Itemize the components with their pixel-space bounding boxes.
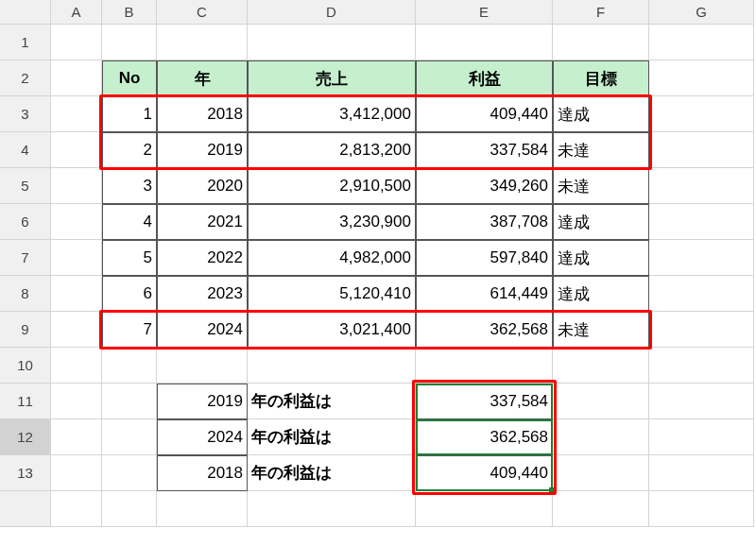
table-row-0-sales[interactable]: 3,412,000 — [248, 96, 416, 132]
table-row-4-year[interactable]: 2022 — [157, 240, 248, 276]
cell-C10[interactable] — [157, 348, 248, 384]
table-row-2-no[interactable]: 3 — [102, 168, 157, 204]
cell-E1[interactable] — [416, 25, 553, 60]
table-row-3-profit[interactable]: 387,708 — [416, 204, 553, 240]
table-row-4-goal[interactable]: 達成 — [553, 240, 649, 276]
select-all-corner[interactable] — [0, 0, 51, 25]
table-row-2-sales[interactable]: 2,910,500 — [248, 168, 416, 204]
cell-D14[interactable] — [248, 491, 416, 527]
cell-G4[interactable] — [649, 132, 754, 168]
table-row-6-profit[interactable]: 362,568 — [416, 312, 553, 348]
row-header-4[interactable]: 4 — [0, 132, 51, 168]
cell-B13[interactable] — [102, 455, 157, 491]
row-header-2[interactable]: 2 — [0, 60, 51, 96]
cell-D1[interactable] — [248, 25, 416, 60]
table-header-C[interactable]: 年 — [157, 60, 248, 96]
table-row-6-goal[interactable]: 未達 — [553, 312, 649, 348]
spreadsheet-grid[interactable]: ABCDEFG12No年売上利益目標3120183,412,000409,440… — [0, 0, 756, 527]
row-header-14[interactable] — [0, 491, 51, 527]
cell-G8[interactable] — [649, 276, 754, 312]
cell-G13[interactable] — [649, 455, 754, 491]
cell-F12[interactable] — [553, 419, 649, 455]
table-row-3-year[interactable]: 2021 — [157, 204, 248, 240]
cell-G2[interactable] — [649, 60, 754, 96]
lookup-profit-1[interactable]: 362,568 — [416, 419, 553, 455]
table-row-4-profit[interactable]: 597,840 — [416, 240, 553, 276]
table-row-2-year[interactable]: 2020 — [157, 168, 248, 204]
cell-A14[interactable] — [51, 491, 102, 527]
cell-G5[interactable] — [649, 168, 754, 204]
table-header-B[interactable]: No — [102, 60, 157, 96]
cell-G7[interactable] — [649, 240, 754, 276]
row-header-3[interactable]: 3 — [0, 96, 51, 132]
row-header-7[interactable]: 7 — [0, 240, 51, 276]
table-row-5-goal[interactable]: 達成 — [553, 276, 649, 312]
col-header-B[interactable]: B — [102, 0, 157, 25]
row-header-9[interactable]: 9 — [0, 312, 51, 348]
table-row-1-no[interactable]: 2 — [102, 132, 157, 168]
cell-G1[interactable] — [649, 25, 754, 60]
table-row-4-no[interactable]: 5 — [102, 240, 157, 276]
cell-A5[interactable] — [51, 168, 102, 204]
cell-G11[interactable] — [649, 384, 754, 419]
row-header-11[interactable]: 11 — [0, 384, 51, 419]
cell-F11[interactable] — [553, 384, 649, 419]
table-row-5-no[interactable]: 6 — [102, 276, 157, 312]
table-row-3-sales[interactable]: 3,230,900 — [248, 204, 416, 240]
cell-B14[interactable] — [102, 491, 157, 527]
row-header-6[interactable]: 6 — [0, 204, 51, 240]
lookup-year-2[interactable]: 2018 — [157, 455, 248, 491]
cell-F1[interactable] — [553, 25, 649, 60]
table-row-2-profit[interactable]: 349,260 — [416, 168, 553, 204]
cell-A10[interactable] — [51, 348, 102, 384]
cell-A9[interactable] — [51, 312, 102, 348]
lookup-profit-0[interactable]: 337,584 — [416, 384, 553, 419]
col-header-A[interactable]: A — [51, 0, 102, 25]
table-row-3-goal[interactable]: 達成 — [553, 204, 649, 240]
table-row-3-no[interactable]: 4 — [102, 204, 157, 240]
col-header-E[interactable]: E — [416, 0, 553, 25]
table-row-1-goal[interactable]: 未達 — [553, 132, 649, 168]
cell-C1[interactable] — [157, 25, 248, 60]
table-row-5-sales[interactable]: 5,120,410 — [248, 276, 416, 312]
col-header-F[interactable]: F — [553, 0, 649, 25]
cell-A2[interactable] — [51, 60, 102, 96]
cell-A3[interactable] — [51, 96, 102, 132]
table-row-0-goal[interactable]: 達成 — [553, 96, 649, 132]
table-row-2-goal[interactable]: 未達 — [553, 168, 649, 204]
cell-F13[interactable] — [553, 455, 649, 491]
row-header-8[interactable]: 8 — [0, 276, 51, 312]
row-header-1[interactable]: 1 — [0, 25, 51, 60]
cell-E14[interactable] — [416, 491, 553, 527]
table-row-4-sales[interactable]: 4,982,000 — [248, 240, 416, 276]
table-row-0-profit[interactable]: 409,440 — [416, 96, 553, 132]
cell-G3[interactable] — [649, 96, 754, 132]
lookup-profit-2[interactable]: 409,440 — [416, 455, 553, 491]
cell-A7[interactable] — [51, 240, 102, 276]
table-row-5-year[interactable]: 2023 — [157, 276, 248, 312]
row-header-10[interactable]: 10 — [0, 348, 51, 384]
table-row-1-profit[interactable]: 337,584 — [416, 132, 553, 168]
cell-G6[interactable] — [649, 204, 754, 240]
cell-A4[interactable] — [51, 132, 102, 168]
cell-F14[interactable] — [553, 491, 649, 527]
cell-F10[interactable] — [553, 348, 649, 384]
row-header-13[interactable]: 13 — [0, 455, 51, 491]
row-header-12[interactable]: 12 — [0, 419, 51, 455]
cell-A8[interactable] — [51, 276, 102, 312]
cell-D10[interactable] — [248, 348, 416, 384]
table-header-D[interactable]: 売上 — [248, 60, 416, 96]
table-row-5-profit[interactable]: 614,449 — [416, 276, 553, 312]
lookup-year-1[interactable]: 2024 — [157, 419, 248, 455]
table-row-6-no[interactable]: 7 — [102, 312, 157, 348]
cell-B11[interactable] — [102, 384, 157, 419]
table-row-1-year[interactable]: 2019 — [157, 132, 248, 168]
col-header-D[interactable]: D — [248, 0, 416, 25]
table-header-F[interactable]: 目標 — [553, 60, 649, 96]
table-row-6-year[interactable]: 2024 — [157, 312, 248, 348]
cell-E10[interactable] — [416, 348, 553, 384]
row-header-5[interactable]: 5 — [0, 168, 51, 204]
cell-A13[interactable] — [51, 455, 102, 491]
cell-G9[interactable] — [649, 312, 754, 348]
cell-A11[interactable] — [51, 384, 102, 419]
